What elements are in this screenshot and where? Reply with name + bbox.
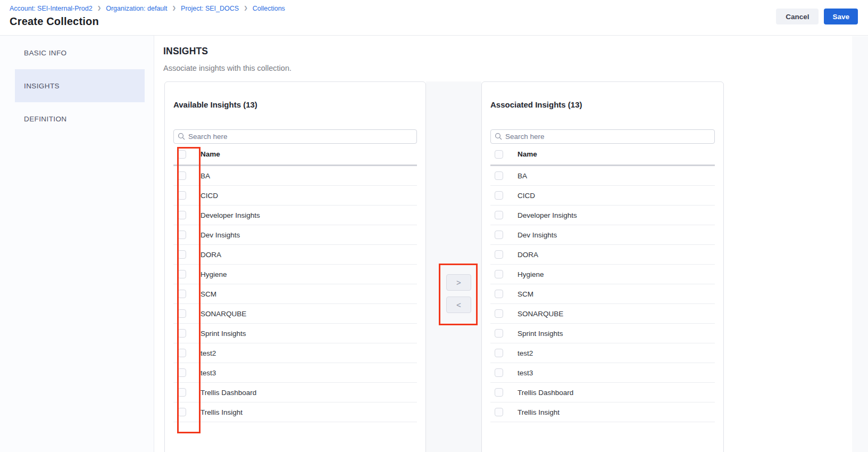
move-right-button[interactable]: > (446, 274, 471, 291)
table-row: SONARQUBE (490, 304, 715, 324)
row-checkbox[interactable] (178, 171, 186, 180)
row-checkbox[interactable] (495, 329, 503, 338)
available-insights-panel: Available Insights (13) Name (164, 81, 426, 452)
row-checkbox[interactable] (178, 408, 186, 416)
table-row: Trellis Insight (490, 402, 715, 422)
available-table-body: BA CICD Developer Insights (173, 166, 417, 422)
row-checkbox[interactable] (495, 408, 503, 416)
page-header: Account: SEI-Internal-Prod2 ❯ Organizati… (0, 0, 868, 36)
row-checkbox[interactable] (178, 211, 186, 219)
row-checkbox[interactable] (178, 309, 186, 318)
insight-name: DORA (201, 251, 221, 259)
row-checkbox[interactable] (495, 250, 503, 259)
table-row: Hygiene (173, 265, 417, 284)
insight-name: test2 (518, 349, 533, 357)
section-subheading: Associate insights with this collection. (163, 64, 868, 72)
section-heading: INSIGHTS (163, 46, 868, 57)
scrollbar-track[interactable] (852, 36, 868, 452)
table-row: Trellis Insight (173, 402, 417, 422)
associated-table-body: BA CICD Developer Insights (490, 166, 715, 422)
sidebar-item-insights[interactable]: INSIGHTS (15, 69, 145, 102)
table-row: Developer Insights (490, 206, 715, 225)
insight-name: BA (201, 172, 210, 180)
header-actions: Cancel Save (776, 0, 858, 35)
insight-name: BA (518, 172, 527, 180)
available-search-input[interactable] (173, 129, 417, 144)
save-button[interactable]: Save (824, 9, 858, 24)
row-checkbox[interactable] (495, 290, 503, 298)
row-checkbox[interactable] (178, 368, 186, 377)
row-checkbox[interactable] (178, 231, 186, 239)
select-all-checkbox[interactable] (495, 150, 503, 159)
row-checkbox[interactable] (178, 191, 186, 200)
table-row: Dev Insights (490, 225, 715, 245)
cancel-button[interactable]: Cancel (776, 9, 819, 24)
associated-search-input[interactable] (490, 129, 715, 144)
insight-name: CICD (201, 192, 218, 200)
insight-name: Developer Insights (201, 211, 260, 219)
insight-name: test3 (518, 369, 533, 377)
table-row: Hygiene (490, 265, 715, 284)
row-checkbox[interactable] (495, 171, 503, 180)
table-row: SONARQUBE (173, 304, 417, 324)
table-row: DORA (173, 245, 417, 265)
row-checkbox[interactable] (178, 349, 186, 357)
row-checkbox[interactable] (178, 388, 186, 397)
available-panel-title: Available Insights (13) (173, 82, 417, 111)
breadcrumb-collections-link[interactable]: Collections (253, 5, 285, 12)
chevron-right-icon: ❯ (244, 4, 248, 12)
associated-table-header: Name (490, 144, 715, 166)
insight-name: Dev Insights (518, 231, 557, 239)
row-checkbox[interactable] (495, 349, 503, 357)
breadcrumb-account-link[interactable]: Account: SEI-Internal-Prod2 (10, 5, 93, 12)
row-checkbox[interactable] (495, 211, 503, 219)
insight-name: test2 (201, 349, 216, 357)
insight-name: Dev Insights (201, 231, 240, 239)
table-row: Sprint Insights (173, 324, 417, 343)
sidebar-item-definition[interactable]: DEFINITION (15, 102, 145, 135)
sidebar-item-basic-info[interactable]: BASIC INFO (15, 36, 145, 69)
table-row: SCM (173, 284, 417, 304)
insight-name: CICD (518, 192, 535, 200)
row-checkbox[interactable] (495, 368, 503, 377)
page-title: Create Collection (10, 15, 285, 28)
table-row: Sprint Insights (490, 324, 715, 343)
insight-name: SONARQUBE (201, 310, 246, 318)
row-checkbox[interactable] (495, 231, 503, 239)
row-checkbox[interactable] (495, 388, 503, 397)
row-checkbox[interactable] (178, 329, 186, 338)
table-row: CICD (173, 186, 417, 206)
row-checkbox[interactable] (495, 309, 503, 318)
table-row: BA (173, 166, 417, 186)
insight-name: SCM (518, 290, 533, 298)
main-layout: BASIC INFO INSIGHTS DEFINITION INSIGHTS … (0, 36, 868, 452)
sidebar: BASIC INFO INSIGHTS DEFINITION (0, 36, 154, 452)
insight-name: Sprint Insights (518, 330, 563, 338)
insight-name: Developer Insights (518, 211, 577, 219)
move-left-button[interactable]: < (446, 297, 471, 313)
table-row: Trellis Dashboard (173, 383, 417, 402)
name-column-header: Name (201, 150, 220, 158)
insight-name: Trellis Insight (518, 408, 560, 416)
row-checkbox[interactable] (495, 191, 503, 200)
annotation-transfer-buttons (439, 264, 478, 325)
transfer-column: > < (426, 81, 481, 452)
associated-panel-title: Associated Insights (13) (490, 82, 715, 111)
table-row: DORA (490, 245, 715, 265)
row-checkbox[interactable] (178, 270, 186, 278)
table-row: Trellis Dashboard (490, 383, 715, 402)
table-row: test3 (173, 363, 417, 383)
insight-name: Hygiene (201, 270, 227, 278)
select-all-checkbox[interactable] (178, 150, 186, 159)
row-checkbox[interactable] (495, 270, 503, 278)
table-row: Developer Insights (173, 206, 417, 225)
insight-name: Trellis Dashboard (518, 389, 573, 397)
insight-name: SCM (201, 290, 216, 298)
search-icon (178, 133, 185, 140)
insight-name: DORA (518, 251, 538, 259)
breadcrumb-organization-link[interactable]: Organization: default (106, 5, 167, 12)
row-checkbox[interactable] (178, 290, 186, 298)
row-checkbox[interactable] (178, 250, 186, 259)
breadcrumb-project-link[interactable]: Project: SEI_DOCS (181, 5, 239, 12)
search-icon (495, 133, 502, 140)
